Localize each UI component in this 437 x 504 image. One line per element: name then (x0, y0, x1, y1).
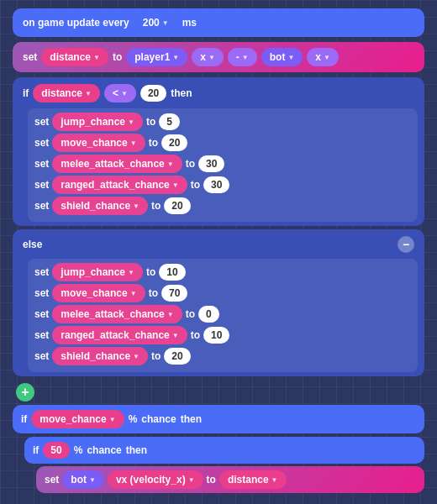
set-label2: set (45, 474, 59, 486)
vx-pill[interactable]: vx (velocity_x) ▼ (108, 470, 203, 489)
else-jump-chance-row: set jump_chance ▼ to 10 (34, 263, 411, 281)
bottom-set-row: set bot ▼ vx (velocity_x) ▼ to distance … (36, 466, 424, 493)
melee-chance-pill[interactable]: melee_attack_chance ▼ (52, 155, 182, 173)
move-chance-pill[interactable]: move_chance ▼ (52, 134, 145, 152)
else-header: else − (19, 234, 418, 255)
else-ranged-chance-pill[interactable]: ranged_attack_chance ▼ (52, 326, 187, 344)
else-val-0: 0 (198, 306, 219, 323)
minus-pill[interactable]: - ▼ (228, 48, 257, 66)
if-label2: if (21, 413, 27, 425)
if-header: if distance ▼ < ▼ 20 then (19, 81, 418, 105)
else-val-20: 20 (164, 348, 190, 365)
set-jump-chance-row: set jump_chance ▼ to 5 (34, 113, 411, 131)
caret-icon: ▼ (93, 54, 100, 61)
else-melee-chance-row: set melee_attack_chance ▼ to 0 (34, 305, 411, 323)
ranged-chance-pill[interactable]: ranged_attack_chance ▼ (52, 176, 187, 194)
add-block-button[interactable]: + (16, 383, 34, 402)
jump-chance-pill[interactable]: jump_chance ▼ (52, 113, 143, 131)
val-30b: 30 (203, 176, 229, 193)
shield-chance-pill[interactable]: shield_chance ▼ (52, 197, 148, 215)
caret-icon: ▼ (324, 54, 330, 61)
else-shield-chance-row: set shield_chance ▼ to 20 (34, 347, 411, 365)
set-distance-row: set distance ▼ to player1 ▼ x ▼ - ▼ bot … (13, 42, 424, 72)
ms-label: ms (182, 17, 197, 29)
else-move-chance-row: set move_chance ▼ to 70 (34, 284, 411, 302)
bot-pill2[interactable]: bot ▼ (62, 470, 104, 489)
if-body: set jump_chance ▼ to 5 set move_chance ▼… (28, 108, 418, 222)
move-chance-pill2[interactable]: move_chance ▼ (31, 410, 124, 428)
set-shield-chance-row: set shield_chance ▼ to 20 (34, 197, 411, 215)
bottom-if1-block: if move_chance ▼ % chance then (13, 405, 424, 433)
percent-label2: % (74, 444, 83, 456)
val-30a: 30 (198, 155, 224, 172)
else-val-10a: 10 (159, 264, 185, 281)
else-val-70: 70 (161, 285, 187, 302)
then-label2: then (181, 413, 202, 425)
percent-label1: % (129, 413, 138, 425)
caret-icon: ▼ (172, 54, 179, 61)
else-shield-chance-pill[interactable]: shield_chance ▼ (52, 347, 148, 365)
bottom-if2-block: if 50 % chance then (24, 437, 424, 464)
else-label: else (23, 239, 42, 250)
caret-icon: ▼ (208, 54, 215, 61)
if-label3: if (33, 444, 39, 456)
distance-cond-pill[interactable]: distance ▼ (33, 84, 100, 102)
val-5: 5 (159, 113, 180, 130)
set-label: set (23, 51, 37, 63)
set-ranged-chance-row: set ranged_attack_chance ▼ to 30 (34, 176, 411, 194)
else-block: else − set jump_chance ▼ to 10 set move_… (13, 229, 424, 376)
ms-value-pill[interactable]: 200 ▼ (134, 13, 177, 32)
on-game-update-row: on game update every 200 ▼ ms (13, 8, 424, 37)
distance-pill2[interactable]: distance ▼ (219, 470, 287, 489)
if-label: if (23, 87, 29, 99)
else-val-10b: 10 (203, 327, 229, 344)
else-move-chance-pill[interactable]: move_chance ▼ (52, 284, 145, 302)
bot-pill[interactable]: bot ▼ (261, 48, 303, 66)
caret-icon: ▼ (242, 54, 249, 61)
player1-pill[interactable]: player1 ▼ (126, 48, 187, 66)
else-jump-chance-pill[interactable]: jump_chance ▼ (52, 263, 143, 281)
val-20b: 20 (164, 197, 190, 214)
on-game-update-label: on game update every (23, 17, 129, 29)
distance-pill[interactable]: distance ▼ (41, 48, 108, 66)
to-label2: to (207, 474, 216, 486)
else-melee-chance-pill[interactable]: melee_attack_chance ▼ (52, 305, 182, 323)
val-50-badge: 50 (43, 442, 69, 459)
chance-label2: chance (87, 444, 121, 456)
to-label: to (113, 51, 122, 63)
x2-pill[interactable]: x ▼ (307, 48, 339, 66)
lt-pill[interactable]: < ▼ (104, 84, 136, 102)
val-20: 20 (161, 134, 187, 151)
set-move-chance-row: set move_chance ▼ to 20 (34, 134, 411, 152)
chance-label1: chance (141, 413, 176, 425)
then-label3: then (126, 444, 147, 456)
caret-icon: ▼ (287, 54, 294, 61)
else-ranged-chance-row: set ranged_attack_chance ▼ to 10 (34, 326, 411, 344)
else-body: set jump_chance ▼ to 10 set move_chance … (28, 259, 418, 372)
x1-pill[interactable]: x ▼ (192, 48, 224, 66)
if-block: if distance ▼ < ▼ 20 then set jump_chanc… (13, 77, 424, 226)
collapse-button[interactable]: − (398, 236, 414, 253)
then-label: then (171, 87, 192, 99)
set-melee-chance-row: set melee_attack_chance ▼ to 30 (34, 155, 411, 173)
caret-icon: ▼ (162, 19, 169, 27)
value-20-badge: 20 (140, 85, 166, 102)
